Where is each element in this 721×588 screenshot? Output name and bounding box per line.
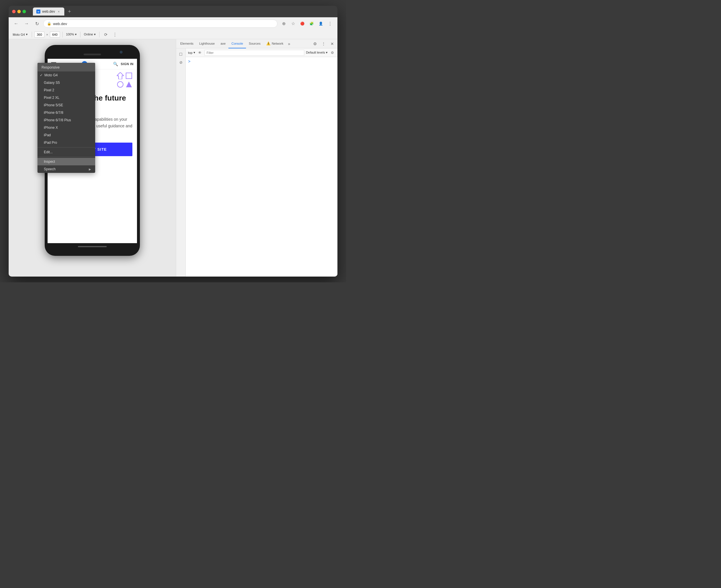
back-button[interactable]: ← [12,20,20,28]
inspect-element-icon[interactable]: ⊘ [177,59,184,66]
search-icon[interactable]: 🔍 [113,62,118,66]
menu-item-iphonex[interactable]: iPhone X [38,124,95,131]
phone-speaker [84,54,101,55]
dimension-separator: × [46,33,48,36]
tab-sources[interactable]: Sources [246,39,263,48]
devtools-tabs-bar: Elements Lighthouse axe Console Sources … [176,39,337,48]
phone-camera [120,51,123,54]
context-menu: Responsive Moto G4 Galaxy S5 Pixel 2 Pix… [38,63,95,173]
menu-item-pixel2xl[interactable]: Pixel 2 XL [38,94,95,101]
devtools-more-button[interactable]: ⋮ [320,40,328,48]
url-bar[interactable]: 🔒 web.dev [43,20,277,28]
devtools-inner: ☐ ⊘ top ▾ 👁 Default levels ▾ [176,48,337,277]
menu-item-inspect[interactable]: Inspect [38,158,95,165]
browser-window: w web.dev × + ← → ↻ 🔒 web.dev ⊕ ☆ 🔴 🧩 👤 … [9,6,337,277]
traffic-lights [12,10,26,13]
shape-rect-icon [125,72,133,79]
menu-top-section: Responsive [38,63,95,71]
console-area: top ▾ 👁 Default levels ▾ ⚙ > [186,48,337,277]
speech-submenu-arrow: ▶ [89,168,91,171]
menu-item-iphone678[interactable]: iPhone 6/7/8 [38,109,95,117]
menu-item-ipad[interactable]: iPad [38,131,95,139]
tab-axe[interactable]: axe [218,39,229,48]
close-button[interactable] [12,10,16,13]
tab-bar: w web.dev × + [33,7,74,16]
browser-viewport: Responsive Moto G4 Galaxy S5 Pixel 2 Pix… [9,39,176,277]
address-bar: ← → ↻ 🔒 web.dev ⊕ ☆ 🔴 🧩 👤 ⋮ [9,17,337,30]
toolbar-separator-2 [62,32,63,38]
toolbar-more-icon[interactable]: ⋮ [111,30,119,39]
console-settings-icon[interactable]: ⚙ [329,50,335,56]
device-name-label: Moto G4 [13,33,25,36]
menu-item-pixel2[interactable]: Pixel 2 [38,86,95,94]
devtools-actions: ⚙ ⋮ ✕ [311,40,336,48]
lock-icon: 🔒 [47,22,51,26]
menu-item-iphone5se[interactable]: iPhone 5/SE [38,101,95,109]
toolbar-separator-4 [99,32,100,38]
account-icon[interactable]: 👤 [317,20,325,28]
console-content: > [186,57,337,277]
tab-close-button[interactable]: × [57,9,61,14]
maximize-button[interactable] [22,10,26,13]
svg-marker-3 [126,82,132,87]
network-selector[interactable]: Online ▾ [83,32,97,37]
rotate-icon[interactable]: ⟳ [102,30,110,39]
context-selector[interactable]: top ▾ [188,51,195,55]
tab-network[interactable]: ⚠️ Network [263,39,286,48]
extensions-icon[interactable]: 🧩 [307,20,316,28]
svg-marker-0 [117,72,124,79]
signin-button[interactable]: SIGN IN [121,62,134,66]
device-selector[interactable]: Moto G4 ▾ [11,32,29,37]
network-warning-icon: ⚠️ [266,41,271,45]
menu-item-motog4[interactable]: Moto G4 [38,71,95,79]
bookmark-icon[interactable]: ☆ [289,20,297,28]
device-dropdown-arrow: ▾ [26,33,28,36]
browser-menu-icon[interactable]: ⋮ [326,20,334,28]
console-prompt-arrow[interactable]: > [187,59,191,64]
context-dropdown-arrow: ▾ [194,51,195,55]
browser-tab[interactable]: w web.dev × [33,7,64,16]
svg-point-2 [117,82,123,87]
shape-triangle-icon [125,81,133,88]
width-input[interactable] [34,32,44,38]
shape-circle-icon [117,81,124,88]
minimize-button[interactable] [17,10,21,13]
eye-icon[interactable]: 👁 [197,50,203,56]
devtools-settings-button[interactable]: ⚙ [311,40,319,48]
new-tab-button[interactable]: + [65,7,74,16]
menu-item-ipadpro[interactable]: iPad Pro [38,139,95,146]
menu-item-speech[interactable]: Speech ▶ [38,165,95,173]
extension-red-icon[interactable]: 🔴 [298,20,306,28]
tab-favicon: w [36,9,40,14]
zoom-selector[interactable]: 100% ▾ [65,32,78,37]
height-input[interactable] [50,32,60,38]
default-levels-selector[interactable]: Default levels ▾ [306,51,328,55]
responsive-label: Responsive [42,65,60,69]
reload-button[interactable]: ↻ [33,20,41,28]
menu-item-edit[interactable]: Edit... [38,148,95,156]
menu-item-galaxys5[interactable]: Galaxy S5 [38,79,95,86]
device-mode-icon[interactable]: ☐ [177,51,184,58]
url-text: web.dev [53,22,67,26]
address-actions: ⊕ ☆ 🔴 🧩 👤 ⋮ [280,20,334,28]
menu-item-iphone678plus[interactable]: iPhone 6/7/8 Plus [38,117,95,124]
more-tabs-button[interactable]: » [286,41,292,46]
forward-button[interactable]: → [22,20,31,28]
tab-elements[interactable]: Elements [177,39,196,48]
shape-arrow-icon [117,72,124,79]
devtools-side-icons: ☐ ⊘ [176,48,186,277]
tab-console[interactable]: Console [228,39,246,48]
tab-lighthouse[interactable]: Lighthouse [196,39,218,48]
title-bar: w web.dev × + [9,6,337,17]
tab-title: web.dev [42,9,55,14]
svg-rect-1 [126,73,132,79]
devtools-close-button[interactable]: ✕ [328,40,336,48]
device-toolbar: Moto G4 ▾ × 100% ▾ Online ▾ ⟳ ⋮ [9,30,337,39]
main-content: Responsive Moto G4 Galaxy S5 Pixel 2 Pix… [9,39,337,277]
console-bar: top ▾ 👁 Default levels ▾ ⚙ [186,48,337,57]
home-indicator [78,246,107,247]
menu-separator-2 [38,157,95,157]
add-tab-icon[interactable]: ⊕ [280,20,288,28]
phone-nav-actions: 🔍 SIGN IN [113,62,134,66]
console-filter-input[interactable] [204,50,304,56]
